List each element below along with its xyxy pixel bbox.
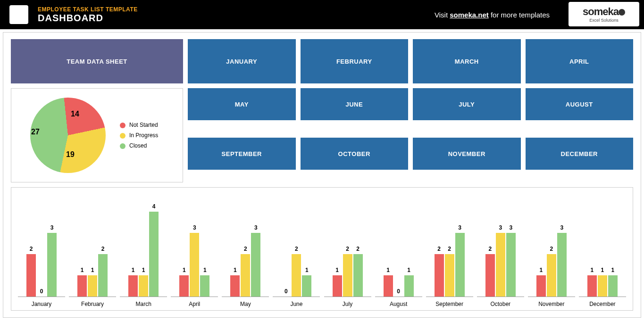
bar-group: 122July [324, 202, 371, 307]
bar: 1 [302, 275, 311, 297]
bar: 2 [343, 254, 352, 297]
bar-group: 021June [273, 202, 320, 307]
header: ⚙ EMPLOYEE TASK LIST TEMPLATE DASHBOARD … [0, 0, 644, 29]
bar: 2 [435, 254, 444, 297]
bar: 1 [333, 275, 342, 297]
bar-value: 0 [394, 288, 403, 295]
logo: someka Excel Solutions [569, 2, 639, 26]
bar: 1 [139, 275, 148, 297]
bar: 1 [88, 275, 97, 297]
month-button-january[interactable]: JANUARY [188, 39, 296, 83]
bar-value: 1 [179, 267, 189, 273]
dashboard: TEAM DATA SHEET JANUARY FEBRUARY MARCH A… [3, 32, 641, 318]
month-button-april[interactable]: APRIL [526, 39, 634, 83]
month-button-july[interactable]: JULY [413, 88, 521, 120]
bar-value: 1 [77, 267, 87, 273]
bar-group: 114March [120, 202, 167, 307]
bar-value: 2 [26, 246, 36, 252]
bar-value: 2 [343, 246, 352, 252]
bar-value: 2 [353, 246, 363, 252]
top-row: TEAM DATA SHEET JANUARY FEBRUARY MARCH A… [11, 39, 633, 83]
bar: 1 [598, 275, 607, 297]
pie-value-not-started: 14 [71, 110, 79, 118]
bar-card: 203January112February114March131April123… [11, 187, 633, 311]
month-button-september[interactable]: SEPTEMBER [188, 138, 296, 170]
bar-category-label: February [81, 301, 104, 307]
bar: 1 [536, 275, 546, 297]
bar-value: 2 [292, 246, 301, 252]
bar-value: 4 [149, 203, 159, 210]
legend-in-progress: In Progress [120, 132, 158, 139]
logo-text: someka [583, 6, 625, 18]
bar-value: 2 [485, 246, 495, 252]
bar-value: 2 [435, 246, 444, 252]
bar: 1 [608, 275, 618, 297]
team-data-button[interactable]: TEAM DATA SHEET [11, 39, 183, 83]
bar: 3 [47, 233, 57, 297]
bar-value: 1 [333, 267, 342, 273]
bar-group: 112February [69, 202, 116, 307]
bar-value: 0 [37, 288, 46, 295]
bar: 1 [384, 275, 393, 297]
bar-group: 111December [579, 202, 626, 307]
legend-closed: Closed [120, 142, 158, 149]
bar-group: 203January [18, 202, 65, 307]
bar-value: 1 [302, 267, 311, 273]
bar-value: 2 [98, 246, 108, 252]
month-button-december[interactable]: DECEMBER [526, 138, 634, 170]
bar-value: 1 [200, 267, 209, 273]
pie-chart: 14 19 27 [25, 93, 110, 178]
logo-subtitle: Excel Solutions [589, 18, 619, 23]
bar-value: 2 [241, 246, 250, 252]
bar-value: 1 [139, 267, 148, 273]
month-button-october[interactable]: OCTOBER [301, 138, 409, 170]
month-button-march[interactable]: MARCH [413, 39, 521, 83]
bar: 1 [230, 275, 240, 297]
bar: 1 [587, 275, 597, 297]
bar-category-label: April [189, 301, 200, 307]
bar-value: 3 [506, 224, 516, 231]
month-button-june[interactable]: JUNE [301, 88, 409, 120]
bar-value: 1 [608, 267, 618, 273]
month-button-may[interactable]: MAY [188, 88, 296, 120]
bar: 3 [190, 233, 199, 297]
bar: 3 [496, 233, 505, 297]
bar: 3 [251, 233, 260, 297]
dot-icon [120, 133, 125, 139]
bar-category-label: December [589, 301, 615, 307]
bar-group: 123November [528, 202, 575, 307]
month-button-november[interactable]: NOVEMBER [413, 138, 521, 170]
bar-value: 1 [587, 267, 597, 273]
bar-value: 3 [557, 224, 567, 231]
page-title: DASHBOARD [38, 13, 435, 24]
bar-value: 1 [230, 267, 240, 273]
header-titles: EMPLOYEE TASK LIST TEMPLATE DASHBOARD [38, 6, 435, 24]
month-button-august[interactable]: AUGUST [526, 88, 634, 120]
bar: 1 [179, 275, 189, 297]
bar-category-label: October [490, 301, 510, 307]
bar: 1 [404, 275, 414, 297]
month-button-february[interactable]: FEBRUARY [301, 39, 409, 83]
template-name: EMPLOYEE TASK LIST TEMPLATE [38, 6, 435, 13]
bar: 3 [506, 233, 516, 297]
bar-group: 131April [171, 202, 218, 307]
legend-not-started: Not Started [120, 122, 158, 128]
bar: 4 [149, 212, 159, 297]
bar: 2 [241, 254, 250, 297]
dot-icon [120, 143, 125, 149]
bar-group: 101August [375, 202, 422, 307]
app-icon: ⚙ [9, 5, 28, 24]
bar-value: 1 [536, 267, 546, 273]
bar-group: 233October [477, 202, 524, 307]
bar-value: 1 [88, 267, 97, 273]
bar-value: 1 [598, 267, 607, 273]
bar-value: 3 [455, 224, 465, 231]
pie-card: 14 19 27 Not Started In Progress Closed [11, 88, 183, 182]
header-link[interactable]: Visit someka.net for more templates [435, 11, 550, 19]
pie-value-closed: 27 [31, 128, 40, 136]
bar-value: 1 [404, 267, 414, 273]
bar-category-label: September [435, 301, 463, 307]
bar-chart: 203January112February114March131April123… [16, 194, 628, 307]
bar-category-label: March [136, 301, 151, 307]
bar-value: 3 [190, 224, 199, 231]
